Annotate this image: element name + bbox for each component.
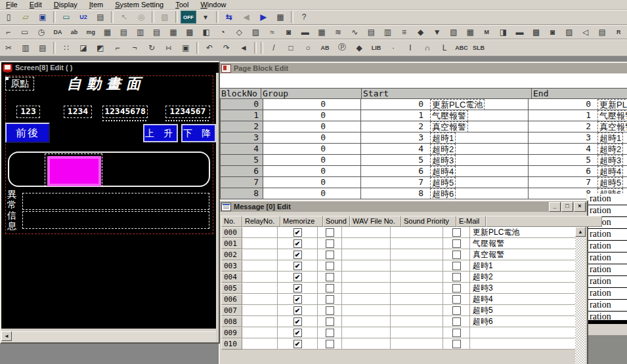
row-number-cell[interactable]: 002 bbox=[221, 249, 242, 260]
multi-copy-icon[interactable]: ∷ bbox=[58, 41, 74, 54]
sampling-part-icon[interactable]: ▼ bbox=[429, 26, 444, 39]
email-checkbox[interactable] bbox=[452, 295, 461, 304]
save-icon[interactable]: ▣ bbox=[35, 10, 51, 24]
relay-no-cell[interactable] bbox=[242, 305, 278, 316]
message-row[interactable]: 007✔超時5 bbox=[221, 305, 602, 316]
select-cursor-icon[interactable]: ↖ bbox=[116, 10, 132, 24]
screen-library-icon[interactable]: SLB bbox=[471, 41, 486, 54]
sound-checkbox[interactable] bbox=[326, 239, 334, 248]
statistics-graph-icon[interactable]: ∿ bbox=[347, 26, 362, 39]
numeric-display[interactable]: 123 bbox=[16, 106, 40, 118]
undo-icon[interactable]: ↶ bbox=[202, 41, 217, 54]
memorize-checkbox[interactable]: ✔ bbox=[293, 262, 302, 270]
alarm-part-icon[interactable]: ◆ bbox=[413, 26, 428, 39]
frame-expand-icon[interactable]: ⌐ bbox=[110, 41, 125, 54]
down-button[interactable]: 下 降 bbox=[181, 124, 216, 142]
menu-edit[interactable]: Edit bbox=[24, 1, 48, 9]
data-display-icon[interactable]: DA bbox=[50, 26, 65, 39]
start-message[interactable]: 超時4 bbox=[430, 166, 456, 177]
email-checkbox[interactable] bbox=[452, 273, 461, 281]
relay-no-cell[interactable] bbox=[242, 316, 278, 327]
next-screen-icon[interactable]: ▶ bbox=[255, 10, 271, 24]
menu-window[interactable]: Window bbox=[194, 1, 232, 9]
group-cell[interactable]: 0 bbox=[263, 155, 361, 166]
start-message[interactable]: 超時1 bbox=[430, 132, 456, 144]
zoom-binoculars-icon[interactable]: ◎ bbox=[133, 10, 149, 24]
sound-checkbox[interactable] bbox=[326, 273, 334, 281]
sound-priority-cell[interactable] bbox=[391, 294, 443, 305]
redo-icon[interactable]: ↷ bbox=[219, 41, 234, 54]
end-cell[interactable]: 5超時3 bbox=[529, 155, 627, 166]
print-icon[interactable]: ▤ bbox=[93, 10, 108, 24]
end-cell[interactable]: 4超時2 bbox=[529, 144, 627, 155]
frame-shrink-icon[interactable]: ¬ bbox=[127, 41, 142, 54]
relay-no-cell[interactable] bbox=[242, 272, 278, 283]
wav-file-cell[interactable] bbox=[342, 238, 391, 249]
sound-priority-cell[interactable] bbox=[391, 227, 443, 238]
menu-tool[interactable]: Tool bbox=[169, 1, 194, 9]
end-cell[interactable]: 2真空報警 bbox=[529, 121, 627, 132]
message-row[interactable]: 003✔超時1 bbox=[221, 260, 602, 272]
wav-file-cell[interactable] bbox=[342, 327, 391, 338]
video-part-icon[interactable]: ◨ bbox=[496, 26, 511, 39]
sound-priority-cell[interactable] bbox=[391, 249, 443, 260]
cut-icon[interactable]: ✂ bbox=[1, 41, 16, 54]
oval-panel-icon[interactable]: ▬ bbox=[297, 26, 313, 39]
relay-no-cell[interactable] bbox=[242, 338, 278, 350]
start-cell[interactable]: 6超時4 bbox=[361, 166, 529, 177]
page-block-row[interactable]: 505超時35超時3 bbox=[220, 155, 627, 166]
relay-no-cell[interactable] bbox=[242, 238, 278, 249]
draw-ellipse-icon[interactable]: ○ bbox=[300, 41, 316, 54]
lamp-part-icon[interactable]: ◷ bbox=[33, 26, 49, 39]
message-text-cell[interactable]: 超時2 bbox=[470, 272, 586, 283]
email-checkbox[interactable] bbox=[452, 239, 461, 248]
end-cell[interactable]: 6超時4 bbox=[529, 166, 627, 177]
relay-no-cell[interactable] bbox=[242, 283, 278, 294]
message-text-cell[interactable]: 超時5 bbox=[470, 305, 586, 316]
panel-meter-icon[interactable]: ◇ bbox=[232, 26, 247, 39]
swap-screens-icon[interactable]: ⇆ bbox=[221, 10, 237, 24]
message-area-2[interactable] bbox=[22, 211, 209, 229]
scroll-up-button[interactable]: ▲ bbox=[575, 227, 586, 237]
end-cell[interactable]: 3超時1 bbox=[529, 132, 627, 144]
end-message[interactable]: 真空報警 bbox=[597, 121, 627, 132]
grid-table-icon[interactable]: ▦ bbox=[100, 26, 115, 39]
screen-transfer-icon[interactable]: ▭ bbox=[58, 10, 74, 24]
page-block-row[interactable]: 808超時68超時6 bbox=[220, 188, 627, 199]
sound-checkbox[interactable] bbox=[326, 228, 334, 237]
keypad-edit-icon[interactable]: ▥ bbox=[133, 26, 148, 39]
sound-priority-cell[interactable] bbox=[391, 338, 443, 350]
sound-checkbox[interactable] bbox=[326, 284, 334, 293]
new-icon[interactable]: ▯ bbox=[1, 10, 16, 24]
page-block-row[interactable]: 606超時46超時4 bbox=[220, 166, 627, 177]
maximize-button[interactable]: □ bbox=[561, 202, 573, 212]
pie-graph-icon[interactable]: ◔ bbox=[215, 26, 230, 39]
scrollbar-track[interactable] bbox=[12, 331, 216, 342]
tile-windows-icon[interactable]: ▦ bbox=[272, 10, 288, 24]
message-row[interactable]: 009✔ bbox=[221, 327, 602, 338]
relay-no-cell[interactable] bbox=[242, 327, 278, 338]
memorize-checkbox[interactable]: ✔ bbox=[293, 284, 302, 293]
group-cell[interactable]: 0 bbox=[263, 121, 361, 132]
email-checkbox[interactable] bbox=[452, 284, 461, 293]
wav-file-cell[interactable] bbox=[342, 272, 391, 283]
block-no-cell[interactable]: 8 bbox=[220, 188, 263, 199]
wav-file-cell[interactable] bbox=[342, 283, 391, 294]
doc-part-icon[interactable]: ▤ bbox=[595, 26, 610, 39]
end-message[interactable]: 更新PLC電池 bbox=[597, 99, 627, 110]
text-display-icon[interactable]: ab bbox=[67, 26, 82, 39]
mirror-pattern-icon[interactable]: ∺ bbox=[161, 41, 177, 54]
stamp-icon[interactable]: ▧ bbox=[157, 10, 173, 24]
group-cell[interactable]: 0 bbox=[263, 188, 361, 199]
start-message[interactable]: 超時3 bbox=[430, 155, 456, 166]
calendar-part-icon[interactable]: ▦ bbox=[463, 26, 478, 39]
message-row[interactable]: 008✔超時6 bbox=[221, 316, 602, 327]
memo-display-icon[interactable]: ▬ bbox=[512, 26, 527, 39]
start-cell[interactable]: 7超時5 bbox=[361, 177, 529, 188]
menu-system-setting[interactable]: System Setting bbox=[109, 1, 169, 9]
wav-file-cell[interactable] bbox=[342, 260, 391, 272]
rounded-frame[interactable] bbox=[8, 152, 210, 187]
group-cell[interactable]: 0 bbox=[263, 166, 361, 177]
end-cell[interactable]: 0更新PLC電池 bbox=[529, 99, 627, 110]
message-text-cell[interactable]: 更新PLC電池 bbox=[470, 227, 586, 238]
